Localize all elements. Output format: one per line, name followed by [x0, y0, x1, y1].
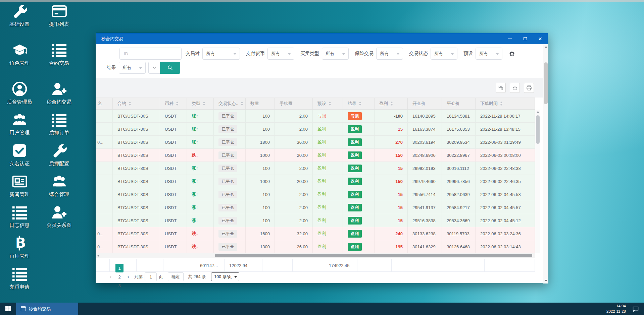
sort-icon[interactable]	[329, 102, 331, 106]
desktop-icon-提币列表[interactable]: 提币列表	[43, 2, 75, 33]
status-badge: 已平仓	[218, 191, 237, 198]
table-horizontal-scrollbar[interactable]	[96, 253, 535, 258]
table-row[interactable]: 0...BTC/USDT-30SUSDT跌↓已平仓160032.00盈利盈利24…	[96, 227, 535, 240]
desktop-icon-币种管理[interactable]: 币种管理	[3, 234, 36, 265]
minimize-button[interactable]	[502, 33, 517, 44]
taskbar-clock[interactable]: 14:04 2022-11-28	[606, 304, 626, 314]
cell-contract: BTC/USDT-30S	[113, 136, 160, 148]
desktop-icon-用户管理[interactable]: 用户管理	[3, 111, 36, 141]
cell-type: 涨↑	[187, 188, 214, 201]
cell-order-time: 2022-11-28 13:48:15	[476, 123, 535, 135]
cell-user	[96, 214, 113, 227]
page-size-select[interactable]: 100 条/页	[211, 272, 239, 281]
table-row[interactable]: 0...BTC/USDT-30SUSDT跌↓已平仓130026.00盈利盈利19…	[96, 240, 535, 253]
desktop-icon-基础设置[interactable]: 基础设置	[3, 2, 36, 33]
cell-status: 已平仓	[214, 162, 246, 175]
desktop-icon-角色管理[interactable]: 角色管理	[3, 41, 36, 72]
action-center-button[interactable]	[631, 305, 640, 313]
column-header-类型[interactable]: 类型	[187, 98, 214, 109]
column-header-下单时间[interactable]: 下单时间	[476, 98, 535, 109]
start-button[interactable]	[0, 303, 16, 315]
sort-icon[interactable]	[203, 102, 205, 106]
cell-result: 盈利	[343, 149, 375, 162]
column-header-币种[interactable]: 币种	[160, 98, 187, 109]
horizontal-scroll-thumb[interactable]	[215, 254, 532, 257]
preset-value: 盈利	[317, 126, 326, 132]
sort-icon[interactable]	[176, 102, 179, 106]
sort-icon[interactable]	[241, 102, 243, 106]
expand-filters-button[interactable]	[148, 62, 160, 74]
desktop-icon-合约交易[interactable]: 合约交易	[43, 41, 75, 72]
maximize-button[interactable]	[517, 33, 533, 44]
column-header-预设[interactable]: 预设	[313, 98, 343, 109]
taskbar-item-active[interactable]: 秒合约交易	[16, 303, 78, 315]
table-row[interactable]: 0...BTC/USDT-30SUSDT涨↑已平仓180036.00盈利盈利27…	[96, 136, 535, 149]
trend-up-icon: 涨↑	[192, 178, 198, 184]
id-search-input[interactable]	[119, 48, 182, 60]
column-header-数量: 数量	[246, 98, 275, 109]
vertical-scroll-thumb[interactable]	[536, 115, 540, 144]
page-button-2[interactable]: 2	[115, 272, 123, 281]
result-badge: 盈利	[348, 125, 362, 133]
desktop-icon-后台管理员[interactable]: 后台管理员	[3, 80, 36, 111]
filter-select-买卖类型[interactable]: 所有	[322, 48, 349, 60]
filter-select-交易对[interactable]: 所有	[202, 48, 240, 60]
desktop-icon-质押订单[interactable]: 质押订单	[43, 111, 75, 141]
filter-select-预设[interactable]: 所有	[476, 48, 502, 60]
desktop-icon-新闻管理[interactable]: 新闻管理	[3, 172, 36, 203]
desktop-icon-综合管理[interactable]: 综合管理	[43, 172, 75, 203]
table-row[interactable]: BTC/USDT-30SUSDT跌↓已平仓100020.00盈利盈利150302…	[96, 149, 535, 162]
table-row[interactable]: BTC/USDT-30SUSDT涨↑已平仓1002.00亏损亏损-1001614…	[96, 110, 535, 123]
profit-value: 15	[398, 127, 403, 132]
column-header-交易状态..[interactable]: 交易状态..	[214, 98, 246, 109]
desktop-icon-质押配置[interactable]: 质押配置	[43, 141, 75, 172]
sort-icon[interactable]	[390, 102, 393, 106]
table-row[interactable]: BTC/USDT-30SUSDT涨↑已平仓1002.00盈利盈利1529516.…	[96, 214, 535, 227]
desktop-icon-会员关系图[interactable]: 会员关系图	[43, 203, 75, 234]
status-badge: 已平仓	[218, 112, 237, 120]
cell-open-price: 29516.3838	[408, 214, 442, 227]
table-row[interactable]: BTC/USDT-30SUSDT涨↑已平仓1002.00盈利盈利1529992.…	[96, 162, 535, 175]
goto-page-input[interactable]	[145, 272, 157, 281]
column-header-盈利[interactable]: 盈利	[375, 98, 408, 109]
sort-icon[interactable]	[359, 102, 361, 106]
desktop-icon-秒合约交易[interactable]: 秒合约交易	[43, 80, 75, 111]
page-button-3[interactable]: 3	[115, 281, 123, 290]
desktop-icon-label: 提币列表	[49, 21, 69, 27]
print-button[interactable]	[524, 83, 534, 93]
column-settings-button[interactable]	[507, 49, 516, 58]
result-badge: 盈利	[348, 217, 362, 225]
trend-up-icon: 涨↑	[192, 191, 198, 197]
desktop-icon-实名认证[interactable]: 实名认证	[3, 141, 36, 172]
window-scrollbar[interactable]	[543, 44, 548, 284]
cell-close-price: 29582.0639	[442, 188, 476, 201]
desktop-icon-充币申请[interactable]: 充币申请	[3, 265, 36, 296]
close-button[interactable]: ×	[533, 33, 548, 44]
search-button[interactable]	[160, 62, 180, 74]
table-row[interactable]: BTC/USDT-30SUSDT涨↑已平仓1002.00盈利盈利1516163.…	[96, 123, 535, 136]
sort-icon[interactable]	[500, 102, 503, 106]
column-header-合约[interactable]: 合约	[113, 98, 160, 109]
filter-select-支付货币[interactable]: 所有	[267, 48, 294, 60]
desktop-icon-日志信息[interactable]: 日志信息	[3, 203, 36, 234]
column-header-结果[interactable]: 结果	[343, 98, 375, 109]
result-filter-select[interactable]: 所有	[119, 62, 146, 74]
table-row[interactable]: BTC/USDT-30SUSDT涨↑已平仓1002.00盈利盈利1529541.…	[96, 201, 535, 214]
filter-select-保险交易[interactable]: 所有	[376, 48, 403, 60]
next-page-button[interactable]: ›	[124, 272, 132, 281]
filter-select-交易状态[interactable]: 所有	[431, 48, 457, 60]
window-titlebar: 秒合约交易 ×	[96, 33, 548, 44]
cell-open-price: 29992.0193	[408, 162, 442, 175]
graduation-cap-icon	[12, 42, 28, 58]
export-button[interactable]	[510, 83, 520, 93]
confirm-page-button[interactable]: 确定	[168, 272, 184, 281]
window-scroll-thumb[interactable]	[544, 62, 548, 104]
columns-button[interactable]	[496, 83, 506, 93]
table-row[interactable]: BTC/USDT-30SUSDT涨↑已平仓1002.00盈利盈利1529556.…	[96, 188, 535, 201]
cell-status: 已平仓	[214, 240, 246, 253]
prev-page-button[interactable]: ‹	[107, 272, 115, 281]
table-row[interactable]: BTC/USDT-30SUSDT涨↑已平仓100020.00盈利盈利150299…	[96, 175, 535, 188]
sort-icon[interactable]	[129, 102, 131, 106]
page-button-1[interactable]: 1	[115, 264, 123, 272]
table-vertical-scrollbar[interactable]	[535, 110, 540, 253]
